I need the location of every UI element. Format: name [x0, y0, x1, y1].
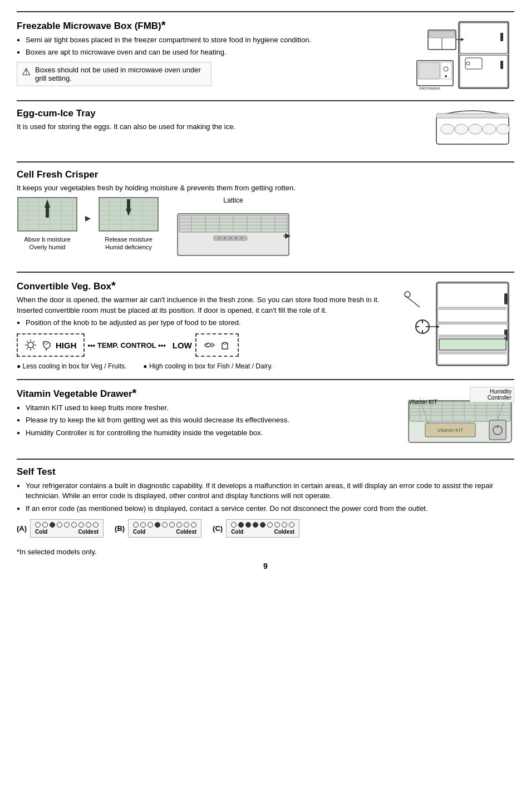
high-box: HIGH	[17, 333, 85, 357]
arrow-separator	[82, 196, 94, 224]
crisper-lattice: Lattice	[175, 196, 292, 263]
svg-point-87	[206, 344, 208, 345]
fmb-section: Freezable Microwave Box (FMB)* Semi air …	[17, 11, 514, 97]
crisper-svg-1	[17, 196, 78, 235]
svg-rect-5	[465, 58, 482, 69]
egg-description: It is used for storing the eggs. It can …	[17, 122, 425, 131]
convertible-section: Convertible Veg. Box* When the door is o…	[17, 272, 514, 376]
low-label: LOW	[169, 336, 195, 355]
fmb-bullets: Semi air tight boxes placed in the freez…	[17, 35, 409, 57]
test-box-b: Cold Coldest	[128, 519, 201, 538]
vitamin-bullets: Vitamin KIT used to keep fruits more fre…	[17, 403, 397, 438]
fmb-svg: microwave	[414, 19, 514, 91]
convertible-notes: ● Less cooling in box for Veg / Fruits. …	[17, 362, 397, 370]
svg-rect-96	[439, 339, 506, 350]
svg-rect-95	[439, 352, 506, 354]
low-box	[195, 333, 239, 357]
svg-text:Vitamin KIT: Vitamin KIT	[437, 427, 464, 433]
svg-line-82	[33, 341, 35, 343]
selftest-bullet-1: Your refrigerator contains a built in di…	[17, 481, 514, 501]
vitamin-bullet-1: Vitamin KIT used to keep fruits more fre…	[17, 403, 397, 413]
svg-point-71	[235, 237, 237, 239]
fmb-bullet-1: Semi air tight boxes placed in the freez…	[17, 35, 409, 45]
crisper-label-1: Absor b moisture Overly humid	[24, 235, 70, 252]
crisper-description: It keeps your vegetables fresh by holdin…	[17, 184, 514, 192]
test-diagram-b: (B) Cold Coldest	[115, 519, 201, 538]
svg-text:microwave: microwave	[419, 86, 441, 91]
selftest-bullets: Your refrigerator contains a built in di…	[17, 481, 514, 514]
svg-rect-24	[436, 114, 509, 118]
svg-line-85	[44, 343, 46, 345]
fmb-warning-text: Boxes should not be used in microwave ov…	[35, 66, 206, 82]
svg-line-83	[27, 348, 28, 350]
test-dots-a	[35, 522, 99, 528]
convertible-title: Convertible Veg. Box*	[17, 279, 397, 292]
svg-rect-93	[439, 307, 506, 309]
footer-note: *In selected models only.	[17, 548, 514, 556]
test-labels-a: Cold Coldest	[35, 529, 99, 535]
vitamin-image: Humidity Controller	[403, 387, 514, 450]
svg-rect-4	[500, 61, 503, 69]
svg-rect-38	[46, 206, 49, 218]
convertible-image	[403, 279, 514, 370]
test-label-a: (A)	[17, 524, 27, 533]
fmb-bullet-2: Boxes are apt to microwave oven and can …	[17, 47, 409, 57]
vitamin-title: Vitamin Vegetable Drawer*	[17, 387, 397, 400]
svg-rect-8	[429, 31, 455, 38]
svg-marker-39	[85, 216, 91, 222]
svg-marker-11	[461, 38, 464, 41]
crisper-section: Cell Fresh Crisper It keeps your vegetab…	[17, 161, 514, 268]
svg-point-70	[229, 237, 232, 239]
crisper-title: Cell Fresh Crisper	[17, 169, 514, 180]
selftest-bullet-2: If an error code (as mentioned below) is…	[17, 504, 514, 514]
convertible-bullets: Position of the knob to be adjusted as p…	[17, 318, 397, 328]
convertible-desc2: Inserted convertible room must be placed…	[17, 306, 397, 314]
crisper-diagram-2: Release moisture Humid deficiency	[98, 196, 159, 252]
egg-section: Egg-cum-Ice Tray It is used for storing …	[17, 100, 514, 158]
svg-rect-89	[437, 283, 508, 322]
crisper-label-2: Release moisture Humid deficiency	[105, 235, 153, 252]
temp-control-label: ••• TEMP. CONTROL •••	[85, 337, 169, 354]
warning-icon: ⚠	[22, 66, 31, 78]
svg-rect-94	[439, 335, 506, 337]
svg-rect-2	[460, 55, 508, 87]
test-dots-c	[231, 522, 294, 528]
lattice-svg	[175, 205, 292, 261]
test-label-c: (C)	[213, 524, 223, 533]
svg-marker-103	[436, 325, 440, 328]
convertible-svg	[403, 279, 514, 368]
vitamin-content: Vitamin Vegetable Drawer* Vitamin KIT us…	[17, 387, 397, 440]
test-label-b: (B)	[115, 524, 125, 533]
svg-point-75	[28, 342, 33, 348]
test-diagram-a: (A) Cold Coldest	[17, 519, 104, 538]
sun-icon	[24, 339, 37, 351]
temp-control-container: HIGH ••• TEMP. CONTROL ••• LOW	[17, 333, 397, 357]
self-test-diagrams: (A) Cold Coldest	[17, 519, 514, 538]
svg-rect-122	[489, 420, 506, 440]
svg-point-16	[445, 75, 447, 77]
svg-point-105	[405, 292, 410, 297]
svg-point-6	[466, 62, 470, 65]
svg-point-68	[218, 237, 220, 239]
fish-icon	[203, 339, 215, 351]
note-right: ● High cooling in box for Fish / Meat / …	[143, 362, 272, 370]
fmb-image: microwave	[414, 19, 514, 91]
vitamin-section: Vitamin Vegetable Drawer* Vitamin KIT us…	[17, 379, 514, 455]
fmb-asterisk: *	[161, 19, 166, 31]
egg-content: Egg-cum-Ice Tray It is used for storing …	[17, 108, 425, 131]
svg-point-22	[483, 124, 496, 134]
fmb-content: Freezable Microwave Box (FMB)* Semi air …	[17, 19, 409, 91]
crisper-diagram-1: Absor b moisture Overly humid	[17, 196, 78, 252]
test-box-a: Cold Coldest	[30, 519, 104, 538]
test-labels-b: Cold Coldest	[133, 529, 196, 535]
vitamin-kit-label: Vitamin KIT	[409, 399, 437, 405]
svg-point-19	[441, 124, 454, 134]
high-label: HIGH	[56, 341, 77, 350]
crisper-svg-2	[98, 196, 159, 235]
fmb-warning: ⚠ Boxes should not be used in microwave …	[17, 62, 212, 86]
leaf-icon	[40, 339, 52, 351]
crisper-diagrams: Absor b moisture Overly humid	[17, 196, 514, 263]
page-number: 9	[17, 562, 514, 570]
convertible-bullet: Position of the knob to be adjusted as p…	[17, 318, 397, 328]
test-box-c: Cold Coldest	[226, 519, 299, 538]
